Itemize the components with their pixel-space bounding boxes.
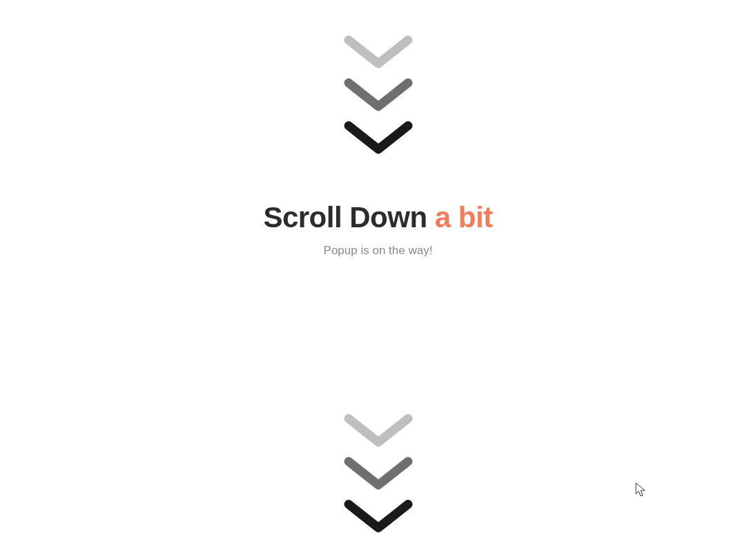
chevron-down-icon [343, 77, 414, 120]
chevron-down-icon [343, 35, 414, 77]
heading-accent: a bit [435, 201, 493, 233]
chevron-down-icon [343, 413, 414, 456]
chevron-down-icon [343, 456, 414, 499]
text-section: Scroll Down a bit Popup is on the way! [263, 201, 492, 258]
page-heading: Scroll Down a bit [263, 201, 492, 234]
page-subtext: Popup is on the way! [263, 244, 492, 258]
heading-main: Scroll Down [263, 201, 434, 233]
chevron-group-top [343, 35, 414, 163]
chevron-down-icon [343, 120, 414, 163]
chevron-group-bottom [343, 413, 414, 534]
chevron-down-icon [343, 499, 414, 534]
page-container: Scroll Down a bit Popup is on the way! [0, 0, 756, 534]
